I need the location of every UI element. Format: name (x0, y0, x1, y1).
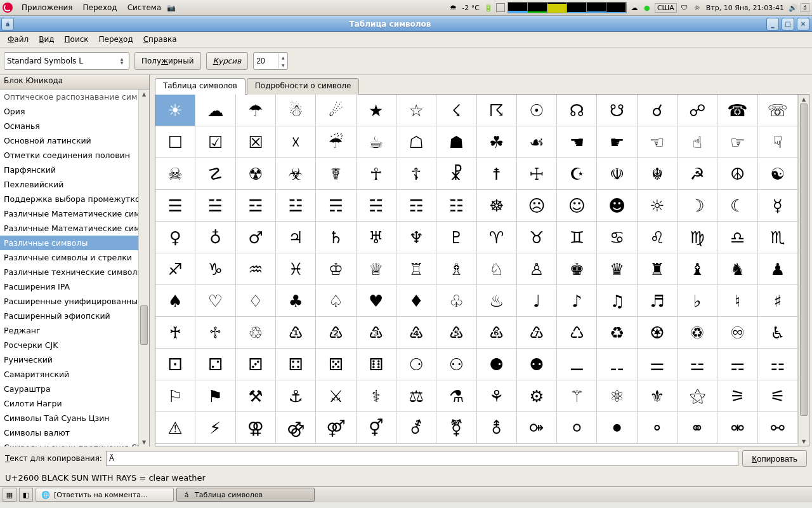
char-cell[interactable]: ⚑ (195, 380, 235, 412)
char-cell[interactable]: ♄ (316, 222, 356, 253)
char-cell[interactable]: ⚁ (195, 349, 235, 380)
copy-button[interactable]: Копировать (742, 450, 807, 467)
char-cell[interactable]: ☓ (276, 126, 316, 158)
char-cell[interactable]: ♖ (396, 253, 436, 285)
char-cell[interactable]: ☜ (638, 126, 678, 158)
updates-icon[interactable]: 🛡 (679, 3, 690, 13)
char-cell[interactable]: ♻ (597, 317, 637, 349)
task-charmap[interactable]: á Таблица символов (176, 488, 315, 502)
char-cell[interactable]: ♣ (276, 285, 316, 317)
char-cell[interactable]: ⚋ (597, 349, 637, 380)
sidebar-item[interactable]: Османья (0, 119, 138, 133)
char-cell[interactable]: ♈ (477, 222, 517, 253)
char-cell[interactable]: ☫ (597, 158, 637, 190)
copy-input[interactable] (106, 451, 738, 466)
tray-char-icon[interactable]: á (801, 3, 809, 12)
char-cell[interactable]: ⚔ (316, 380, 356, 412)
char-cell[interactable]: ♩ (517, 285, 557, 317)
status-dot-icon[interactable]: ● (642, 3, 652, 13)
char-cell[interactable]: ☑ (195, 126, 235, 158)
char-cell[interactable]: ⚆ (396, 349, 436, 380)
cloud-icon[interactable]: ☁ (629, 3, 639, 13)
char-cell[interactable]: ☇ (436, 95, 476, 126)
char-cell[interactable]: ☎ (717, 95, 757, 126)
char-cell[interactable]: ☆ (396, 95, 436, 126)
char-cell[interactable]: ⚢ (236, 412, 276, 444)
char-cell[interactable]: ☊ (557, 95, 597, 126)
sidebar-item[interactable]: Различные Математические сим (0, 206, 138, 221)
menu-Файл[interactable]: Файл (3, 35, 34, 44)
char-cell[interactable]: ♯ (758, 285, 798, 317)
menu-Переход[interactable]: Переход (94, 35, 138, 44)
char-cell[interactable]: ♐ (155, 253, 195, 285)
char-cell[interactable]: ⚏ (758, 349, 798, 380)
char-cell[interactable]: ☼ (638, 190, 678, 222)
grid-scroll-thumb[interactable] (800, 104, 808, 416)
char-cell[interactable]: ⚚ (557, 380, 597, 412)
char-cell[interactable]: ☡ (195, 158, 235, 190)
char-cell[interactable]: ⚠ (155, 412, 195, 444)
sidebar-item[interactable]: Расширенные унифицированные (0, 294, 138, 309)
char-cell[interactable]: ☶ (396, 190, 436, 222)
battery-icon[interactable]: 🔋 (483, 3, 494, 13)
char-cell[interactable]: ⚙ (517, 380, 557, 412)
char-cell[interactable]: ♓ (276, 253, 316, 285)
char-cell[interactable]: ☏ (758, 95, 798, 126)
char-cell[interactable]: ♑ (195, 253, 235, 285)
char-cell[interactable]: ⚇ (436, 349, 476, 380)
char-cell[interactable]: ♱ (195, 317, 235, 349)
char-cell[interactable]: ⚣ (276, 412, 316, 444)
char-cell[interactable]: ♴ (316, 317, 356, 349)
char-cell[interactable]: ☔ (316, 126, 356, 158)
char-cell[interactable]: ♳ (276, 317, 316, 349)
char-cell[interactable]: ⚘ (477, 380, 517, 412)
sidebar-item[interactable]: Символы и знаки препинания CJK (0, 440, 138, 446)
char-cell[interactable]: ♆ (396, 222, 436, 253)
sidebar-item[interactable]: Рунический (0, 352, 138, 367)
char-cell[interactable]: ⚎ (717, 349, 757, 380)
close-button[interactable]: ✕ (797, 18, 809, 30)
char-cell[interactable]: ♟ (758, 253, 798, 285)
char-cell[interactable]: ⚬ (638, 412, 678, 444)
char-cell[interactable]: ☯ (758, 158, 798, 190)
bold-button[interactable]: Полужирный (134, 52, 201, 70)
char-cell[interactable]: ☽ (678, 190, 717, 222)
sidebar-item[interactable]: Реджанг (0, 323, 138, 338)
scroll-up-icon[interactable]: ▲ (139, 90, 149, 98)
char-cell[interactable]: ♋ (597, 222, 637, 253)
char-cell[interactable]: ⚂ (236, 349, 276, 380)
sidebar-item[interactable]: Основной латинский (0, 133, 138, 148)
char-cell[interactable]: ☸ (477, 190, 517, 222)
scroll-thumb[interactable] (140, 305, 148, 345)
char-cell[interactable]: ⚓ (276, 380, 316, 412)
char-cell[interactable]: ♝ (678, 253, 717, 285)
tab-chars[interactable]: Таблица символов (155, 78, 246, 95)
char-cell[interactable]: ☟ (758, 126, 798, 158)
char-cell[interactable]: ♎ (717, 222, 757, 253)
char-cell[interactable]: ☴ (316, 190, 356, 222)
char-cell[interactable]: ⚈ (477, 349, 517, 380)
sidebar-item[interactable]: Символы Тай Суань Цзин (0, 411, 138, 425)
char-cell[interactable]: ♿ (758, 317, 798, 349)
sidebar-header[interactable]: Блок Юникода (0, 75, 149, 90)
char-cell[interactable]: ♚ (557, 253, 597, 285)
char-cell[interactable]: ⚃ (276, 349, 316, 380)
char-cell[interactable]: ☛ (597, 126, 637, 158)
sidebar-item[interactable]: Силоти Нагри (0, 396, 138, 411)
char-cell[interactable]: ♬ (638, 285, 678, 317)
sidebar-item[interactable]: Расширения IPA (0, 279, 138, 294)
char-cell[interactable]: ☣ (276, 158, 316, 190)
scroll-down-icon[interactable]: ▼ (139, 438, 149, 446)
char-cell[interactable]: ☖ (396, 126, 436, 158)
char-cell[interactable]: ♜ (638, 253, 678, 285)
char-cell[interactable]: ♞ (717, 253, 757, 285)
task-browser[interactable]: 🌐 [Ответить на коммента... (36, 488, 174, 502)
char-cell[interactable]: ♀ (155, 222, 195, 253)
char-cell[interactable]: ☘ (477, 126, 517, 158)
char-cell[interactable]: ♠ (155, 285, 195, 317)
char-cell[interactable]: ☲ (236, 190, 276, 222)
char-cell[interactable]: ♧ (436, 285, 476, 317)
char-cell[interactable]: ♪ (557, 285, 597, 317)
char-cell[interactable]: ♭ (678, 285, 717, 317)
menu-Вид[interactable]: Вид (34, 35, 59, 44)
